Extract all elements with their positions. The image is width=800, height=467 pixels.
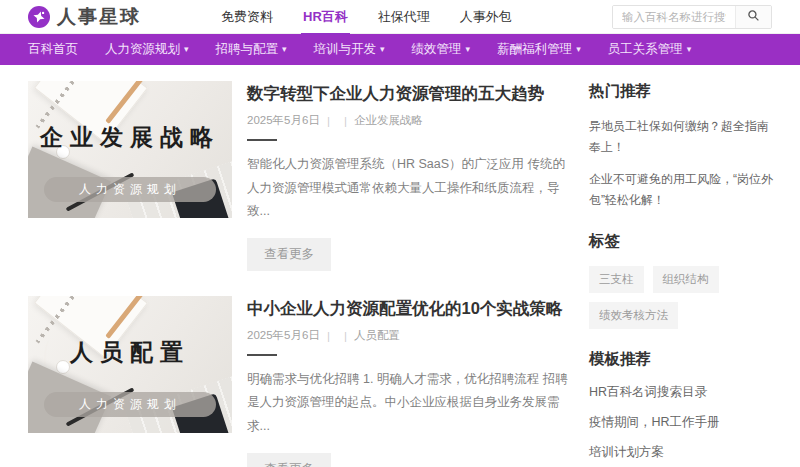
article-title[interactable]: 中小企业人力资源配置优化的10个实战策略 [247,298,569,319]
hot-recommendations-section: 热门推荐 异地员工社保如何缴纳？超全指南奉上！ 企业不可避免的用工风险，“岗位外… [589,81,775,211]
meta-separator: | [344,115,347,127]
divider [247,139,277,141]
article-thumbnail[interactable]: 人员配置 人力资源规划 [28,296,232,433]
catnav-item-performance[interactable]: 绩效管理▾ [412,41,471,58]
catnav-item-compensation[interactable]: 薪酬福利管理▾ [497,41,581,58]
meta-separator: | [344,330,347,342]
sidebar: 热门推荐 异地员工社保如何缴纳？超全指南奉上！ 企业不可避免的用工风险，“岗位外… [589,81,775,467]
template-recommendations-section: 模板推荐 HR百科名词搜索目录 疫情期间，HR工作手册 培训计划方案 劳动合同范… [589,349,775,467]
article-thumbnail[interactable]: 企业发展战略 人力资源规划 [28,81,232,218]
tag-pill[interactable]: 绩效考核方法 [589,302,678,329]
thumbnail-caption: 企业发展战略 [28,122,232,153]
hot-item-link[interactable]: 异地员工社保如何缴纳？超全指南奉上！ [589,116,775,158]
thumbnail-caption: 人员配置 [28,336,232,367]
article-card: 企业发展战略 人力资源规划 数字转型下企业人力资源管理的五大趋势 2025年5月… [28,81,569,271]
logo-text: 人事星球 [57,4,141,30]
nav-item-free-materials[interactable]: 免费资料 [219,0,275,35]
meta-separator: | [327,330,330,342]
tag-pill[interactable]: 三支柱 [589,266,644,293]
section-title: 模板推荐 [589,349,775,370]
catnav-item-home[interactable]: 百科首页 [28,41,78,58]
catnav-label: 培训与开发 [314,41,377,58]
logo[interactable]: 人事星球 [28,4,141,30]
nav-item-social-insurance[interactable]: 社保代理 [376,0,432,35]
read-more-button[interactable]: 查看更多 [247,238,331,271]
thumbnail-badge: 人力资源规划 [44,177,215,202]
search-button[interactable] [735,6,771,28]
catnav-label: 薪酬福利管理 [497,41,572,58]
section-title: 标签 [589,231,775,252]
search-box [612,5,772,29]
article-date: 2025年5月6日 [247,113,320,128]
chevron-down-icon: ▾ [576,45,581,54]
article-date: 2025年5月6日 [247,328,320,343]
catnav-item-employee-relations[interactable]: 员工关系管理▾ [608,41,692,58]
hot-item-link[interactable]: 企业不可避免的用工风险，“岗位外包”轻松化解！ [589,169,775,211]
article-meta: 2025年5月6日 | | 人员配置 [247,328,569,343]
template-link[interactable]: 培训计划方案 [589,444,775,461]
meta-separator: | [327,115,330,127]
catnav-item-hr-planning[interactable]: 人力资源规划▾ [105,41,189,58]
search-input[interactable] [613,6,735,28]
divider [247,354,277,356]
catnav-label: 百科首页 [28,41,78,58]
article-category-link[interactable]: 人员配置 [354,328,400,343]
chevron-down-icon: ▾ [687,45,692,54]
thumbnail-badge: 人力资源规划 [44,392,215,417]
nav-item-hr-outsourcing[interactable]: 人事外包 [458,0,514,35]
article-excerpt: 智能化人力资源管理系统（HR SaaS）的广泛应用 传统的人力资源管理模式通常依… [247,153,569,222]
template-link[interactable]: HR百科名词搜索目录 [589,384,775,401]
catnav-label: 员工关系管理 [608,41,683,58]
section-title: 热门推荐 [589,81,775,102]
logo-star-icon [28,6,50,28]
catnav-item-training[interactable]: 培训与开发▾ [314,41,385,58]
article-excerpt: 明确需求与优化招聘 1. 明确人才需求，优化招聘流程 招聘是人力资源管理的起点。… [247,368,569,437]
read-more-button[interactable]: 查看更多 [247,453,331,467]
chevron-down-icon: ▾ [380,45,385,54]
tags-section: 标签 三支柱 组织结构 绩效考核方法 [589,231,775,329]
search-icon [747,9,760,25]
article-category-link[interactable]: 企业发展战略 [354,113,423,128]
catnav-item-recruiting[interactable]: 招聘与配置▾ [216,41,287,58]
top-nav: 免费资料 HR百科 社保代理 人事外包 [219,0,514,35]
article-meta: 2025年5月6日 | | 企业发展战略 [247,113,569,128]
nav-item-hr-wiki[interactable]: HR百科 [301,0,350,35]
article-card: 人员配置 人力资源规划 中小企业人力资源配置优化的10个实战策略 2025年5月… [28,296,569,467]
tag-pill[interactable]: 组织结构 [653,266,719,293]
category-nav: 百科首页 人力资源规划▾ 招聘与配置▾ 培训与开发▾ 绩效管理▾ 薪酬福利管理▾… [0,34,800,65]
article-list: 企业发展战略 人力资源规划 数字转型下企业人力资源管理的五大趋势 2025年5月… [28,81,569,467]
chevron-down-icon: ▾ [466,45,471,54]
catnav-label: 招聘与配置 [216,41,279,58]
template-link[interactable]: 疫情期间，HR工作手册 [589,414,775,431]
tag-list: 三支柱 组织结构 绩效考核方法 [589,266,775,329]
article-title[interactable]: 数字转型下企业人力资源管理的五大趋势 [247,83,569,104]
catnav-label: 绩效管理 [412,41,462,58]
chevron-down-icon: ▾ [282,45,287,54]
top-header: 人事星球 免费资料 HR百科 社保代理 人事外包 [0,0,800,34]
chevron-down-icon: ▾ [184,45,189,54]
catnav-label: 人力资源规划 [105,41,180,58]
